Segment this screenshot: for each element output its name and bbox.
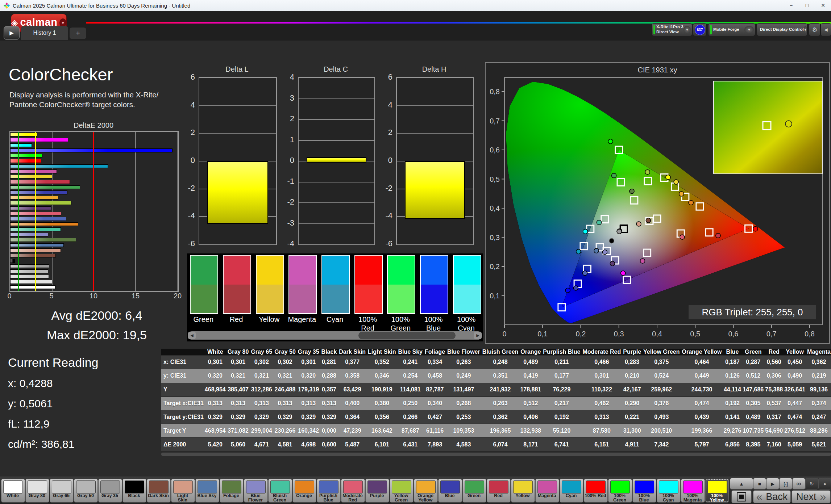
table-cell: 4,911 (622, 438, 642, 452)
refresh-button[interactable]: ↻ (805, 478, 818, 490)
play-button[interactable]: ▶ (766, 478, 779, 490)
delta-axis-tick: 6 (179, 72, 195, 82)
record-button[interactable]: ● (818, 478, 831, 490)
patch-button-dark-skin[interactable]: Dark Skin (147, 479, 171, 503)
interval-button[interactable]: [-] (779, 478, 792, 490)
patch-button-light-skin[interactable]: Light Skin (171, 479, 195, 503)
tab-history-1[interactable]: History 1 (21, 26, 68, 40)
patch-button-red[interactable]: Red (487, 479, 511, 503)
patch-button-purplish-blue[interactable]: Purplish Blue (317, 479, 341, 503)
back-button[interactable]: «Back (753, 490, 791, 503)
patch-button-100-red[interactable]: 100% Red (584, 479, 608, 503)
table-cell: 0,192 (723, 396, 742, 410)
patch-button-100-yellow[interactable]: 100% Yellow (705, 479, 729, 503)
delta-axis-tick: 2 (278, 114, 294, 123)
table-cell: 75,388 (764, 383, 784, 396)
patch-button-magenta[interactable]: Magenta (535, 479, 559, 503)
scroll-right-icon[interactable]: ▶ (474, 332, 482, 339)
patch-button-black[interactable]: Black (122, 479, 146, 503)
table-scrollbar[interactable] (161, 453, 831, 456)
column-header: Green (742, 349, 764, 356)
table-row: ΔE 20005,4205,0604,6714,5814,6980,6005,4… (161, 438, 831, 452)
table-cell: 0,362 (806, 356, 831, 369)
display-control-dropdown[interactable]: Direct Display Control ▼ (757, 23, 807, 36)
swatch-scrollbar[interactable]: ◀▶ (188, 331, 482, 340)
scrollbar-thumb[interactable] (358, 332, 456, 339)
svg-text:0,4: 0,4 (652, 330, 662, 338)
table-cell: 0,352 (367, 356, 397, 369)
meter-status-badge-box[interactable]: 637 (693, 23, 707, 36)
settings-button[interactable]: ⚙ (809, 23, 820, 36)
patch-button-gray-50[interactable]: Gray 50 (74, 479, 98, 503)
patch-color-chip (125, 480, 144, 494)
delta-h-bar (405, 161, 465, 219)
patch-button-bluish-green[interactable]: Bluish Green (268, 479, 292, 503)
workflow-advance-button[interactable]: ▶ (4, 26, 20, 40)
deltae-chart-title: DeltaE 2000 (9, 121, 178, 130)
scroll-left-icon[interactable]: ◀ (188, 332, 196, 339)
collapse-panel-button[interactable]: ◀ (820, 23, 831, 36)
pattern-window-button[interactable] (731, 490, 752, 503)
deltae-bar-orange-yellow (10, 196, 58, 200)
column-header: Yellow (784, 349, 806, 356)
patch-button-gray-80[interactable]: Gray 80 (25, 479, 49, 503)
patch-button-cyan[interactable]: Cyan (560, 479, 583, 503)
patch-button-moderate-red[interactable]: Moderate Red (341, 479, 365, 503)
table-cell: 0,301 (227, 356, 250, 369)
minimize-button[interactable]: − (783, 0, 799, 11)
svg-text:0,3: 0,3 (614, 330, 624, 338)
table-cell: 0,301 (581, 369, 622, 383)
table-row: Target x:CIE310,3130,3130,3130,3130,3130… (161, 396, 831, 410)
patch-button-purple[interactable]: Purple (365, 479, 389, 503)
delta-axis-tick: -6 (377, 239, 392, 248)
patch-button-yellow-green[interactable]: Yellow Green (390, 479, 414, 503)
next-icon: » (820, 491, 826, 503)
table-cell: 0,334 (424, 356, 446, 369)
table-cell: 0,464 (681, 356, 723, 369)
patch-button-label: Gray 80 (26, 494, 48, 498)
patch-button-orange-yellow[interactable]: Orange Yellow (414, 479, 438, 503)
patch-button-blue-flower[interactable]: Blue Flower (244, 479, 268, 503)
patch-button-100-green[interactable]: 100% Green (608, 479, 632, 503)
patch-button-green[interactable]: Green (462, 479, 486, 503)
table-cell: 6,856 (723, 438, 742, 452)
patch-button-gray-65[interactable]: Gray 65 (50, 479, 74, 503)
meter-dropdown[interactable]: X-Rite i1Pro 3Direct View ▼ (652, 23, 692, 36)
gridline (199, 133, 276, 134)
target-color (289, 256, 316, 285)
patch-button-orange[interactable]: Orange (292, 479, 316, 503)
table-cell: 299,004 (250, 424, 273, 438)
loop-button[interactable]: ∞ (792, 478, 805, 490)
deltae-bar-gray-35 (10, 264, 49, 268)
source-dropdown[interactable]: Mobile Forge ▼ (708, 23, 755, 36)
next-button[interactable]: Next» (791, 490, 831, 503)
patch-color-chip (537, 480, 557, 494)
patch-button-100-magenta[interactable]: 100% Magenta (681, 479, 705, 503)
table-cell: 0,241 (397, 356, 424, 369)
patch-button-white[interactable]: White (1, 479, 25, 503)
table-cell: 0,474 (681, 396, 723, 410)
patch-button-100-blue[interactable]: 100% Blue (632, 479, 656, 503)
pattern-up-button[interactable]: ▲ (730, 478, 753, 490)
column-header: Orange (519, 349, 542, 356)
table-cell: 61,116 (424, 424, 446, 438)
patch-button-blue[interactable]: Blue (438, 479, 462, 503)
stop-button[interactable]: ■ (753, 478, 766, 490)
deltae-bar-gray-65 (10, 275, 49, 279)
reference-line-3 (35, 132, 36, 291)
table-cell: 0,329 (297, 410, 320, 424)
maximize-button[interactable]: □ (799, 0, 815, 11)
table-cell: 0,560 (764, 356, 784, 369)
table-cell: 132,938 (519, 424, 542, 438)
patch-button-100-cyan[interactable]: 100% Cyan (657, 479, 681, 503)
patch-button-yellow[interactable]: Yellow (511, 479, 535, 503)
close-button[interactable]: ✕ (815, 0, 831, 11)
add-tab-button[interactable]: + (70, 28, 86, 39)
patch-button-label: White (2, 494, 24, 498)
table-cell: 0,400 (338, 396, 367, 410)
patch-button-foliage[interactable]: Foliage (220, 479, 244, 503)
patch-button-blue-sky[interactable]: Blue Sky (195, 479, 219, 503)
row-label: x: CIE31 (161, 356, 204, 369)
patch-button-gray-35[interactable]: Gray 35 (98, 479, 122, 503)
table-cell: 7,893 (424, 438, 446, 452)
